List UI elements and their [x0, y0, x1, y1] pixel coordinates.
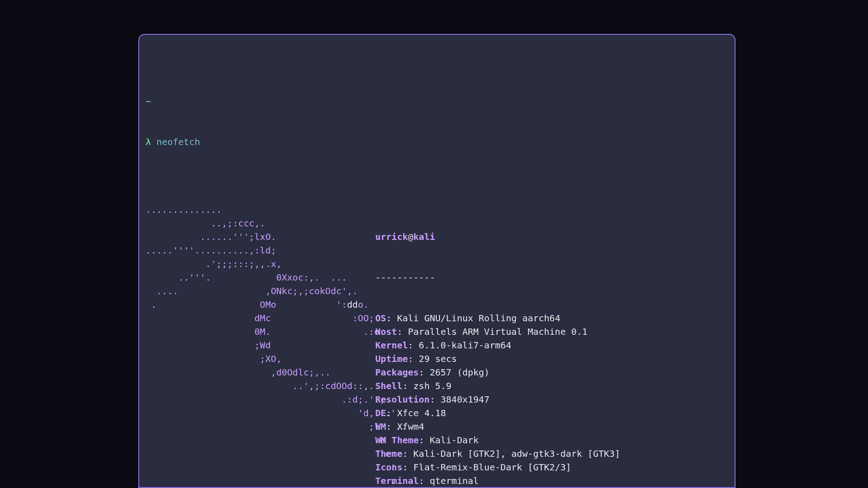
sysinfo-line: Terminal: qterminal [375, 474, 728, 488]
user-host-line: urrick@kali [375, 230, 728, 244]
sysinfo-key: Kernel [375, 340, 408, 351]
sysinfo-key: Resolution [375, 394, 429, 405]
prompt-tilde: ~ [146, 96, 151, 107]
sysinfo-key: DE [375, 408, 386, 418]
sysinfo-value: Kali-Dark [GTK2], adw-gtk3-dark [GTK3] [413, 448, 620, 459]
sysinfo-line: OS: Kali GNU/Linux Rolling aarch64 [375, 311, 728, 325]
sysinfo-line: Packages: 2657 (dpkg) [375, 366, 728, 379]
sysinfo-line: Kernel: 6.1.0-kali7-arm64 [375, 338, 728, 352]
sysinfo-line: Host: Parallels ARM Virtual Machine 0.1 [375, 325, 728, 338]
sysinfo-key: WM Theme [375, 435, 419, 446]
sysinfo-line: WM: Xfwm4 [375, 420, 728, 433]
sysinfo-value: Parallels ARM Virtual Machine 0.1 [408, 326, 587, 337]
sysinfo-value: 2657 (dpkg) [429, 367, 489, 378]
sysinfo-key: Packages [375, 367, 419, 378]
separator: ----------- [375, 271, 728, 284]
sysinfo-line: Resolution: 3840x1947 [375, 393, 728, 406]
sysinfo-key: Terminal [375, 475, 419, 486]
sysinfo-line: Uptime: 29 secs [375, 352, 728, 366]
sysinfo-value: Flat-Remix-Blue-Dark [GTK2/3] [413, 462, 571, 473]
sysinfo-value: 29 secs [419, 353, 457, 364]
prompt-cmd-1: λ neofetch [146, 135, 728, 149]
sysinfo-line: Icons: Flat-Remix-Blue-Dark [GTK2/3] [375, 460, 728, 474]
sysinfo-value: Xfwm4 [397, 421, 424, 432]
prompt-line-1: ~ [146, 94, 728, 108]
sysinfo-value: Xfce 4.18 [397, 408, 446, 418]
sysinfo-value: Kali GNU/Linux Rolling aarch64 [397, 313, 560, 324]
username: urrick [375, 231, 408, 242]
sysinfo-line: WM Theme: Kali-Dark [375, 433, 728, 447]
cmd-neofetch: neofetch [156, 136, 200, 147]
sysinfo-key: Icons [375, 462, 402, 473]
sysinfo-key: Uptime [375, 353, 408, 364]
ascii-logo: .............. ..,;:ccc,. ......''';lxO.… [146, 203, 375, 488]
sysinfo-value: Kali-Dark [429, 435, 478, 446]
sysinfo-value: 3840x1947 [441, 394, 490, 405]
sysinfo-value: zsh 5.9 [413, 380, 451, 391]
sysinfo-key: Theme [375, 448, 402, 459]
sysinfo-line: Shell: zsh 5.9 [375, 379, 728, 393]
sysinfo-column: urrick@kali ----------- OS: Kali GNU/Lin… [375, 203, 728, 488]
prompt-lambda: λ [146, 136, 151, 147]
sysinfo-value: 6.1.0-kali7-arm64 [419, 340, 511, 351]
sysinfo-key: Shell [375, 380, 402, 391]
sysinfo-key: Host [375, 326, 397, 337]
hostname: kali [413, 231, 435, 242]
sysinfo-line: DE: Xfce 4.18 [375, 406, 728, 420]
at-sign: @ [408, 231, 413, 242]
neofetch-output: .............. ..,;:ccc,. ......''';lxO.… [146, 203, 728, 488]
terminal-window[interactable]: ~ λ neofetch .............. ..,;:ccc,. .… [138, 34, 736, 488]
sysinfo-line: Theme: Kali-Dark [GTK2], adw-gtk3-dark [… [375, 447, 728, 460]
sysinfo-value: qterminal [429, 475, 478, 486]
sysinfo-key: OS [375, 313, 386, 324]
sysinfo-key: WM [375, 421, 386, 432]
